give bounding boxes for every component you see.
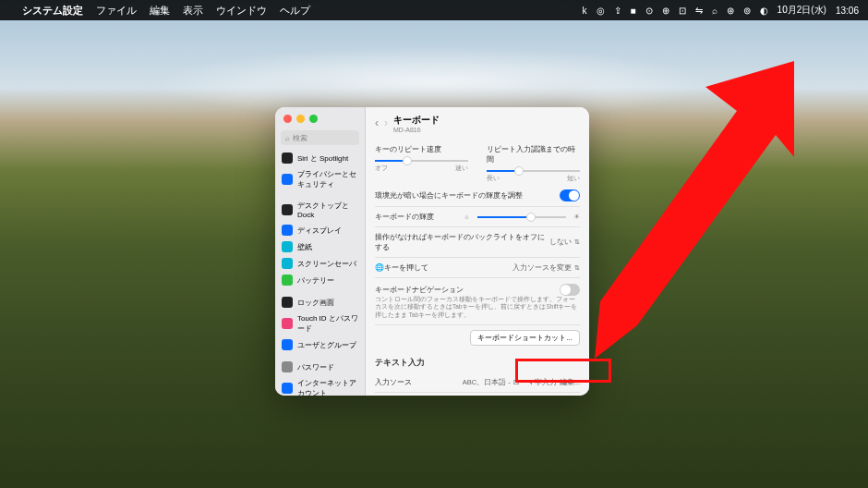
sidebar-item[interactable]: バッテリー bbox=[275, 272, 365, 288]
sidebar-item-icon bbox=[282, 318, 293, 329]
system-settings-window: ⌕ 検索 Siri と Spotlightプライバシーとセキュリティデスクトップ… bbox=[275, 107, 589, 396]
status-icon[interactable]: ■ bbox=[631, 6, 636, 16]
desktop-background: システム設定 ファイル 編集 表示 ウインドウ ヘルプ k ◎ ⇪ ■ ⊙ ⊕ … bbox=[0, 0, 868, 488]
sidebar-item-icon bbox=[282, 361, 293, 372]
keyboard-nav-label: キーボードナビゲーション bbox=[375, 285, 560, 295]
sidebar-item-icon bbox=[282, 174, 293, 185]
search-placeholder: 検索 bbox=[293, 133, 307, 143]
sidebar-item-label: 壁紙 bbox=[297, 242, 312, 252]
status-icon[interactable]: ⇋ bbox=[695, 6, 703, 16]
sidebar-item-label: ユーザとグループ bbox=[297, 340, 356, 350]
sidebar-item[interactable]: Siri と Spotlight bbox=[275, 150, 365, 166]
content-pane: ‹ › キーボード MD-A816 キーのリピート速度 オフ速い リピート入力認… bbox=[366, 107, 589, 396]
chevron-updown-icon: ⇅ bbox=[574, 264, 580, 272]
titlebar: ‹ › キーボード MD-A816 bbox=[366, 107, 589, 139]
sidebar-item-label: インターネットアカウント bbox=[297, 378, 358, 396]
sidebar-item[interactable]: Touch ID とパスワード bbox=[275, 311, 365, 336]
forward-button[interactable]: › bbox=[384, 116, 388, 129]
chevron-updown-icon: ⇅ bbox=[574, 238, 580, 246]
sidebar-item-icon bbox=[282, 258, 293, 269]
sidebar-item-label: Touch ID とパスワード bbox=[297, 313, 358, 334]
status-icon[interactable]: ⊚ bbox=[743, 6, 751, 16]
sidebar-item[interactable]: デスクトップとDock bbox=[275, 198, 365, 222]
text-input-section: テキスト入力 bbox=[375, 350, 580, 372]
app-menu[interactable]: システム設定 bbox=[22, 4, 83, 18]
status-icon[interactable]: ⊡ bbox=[679, 6, 686, 16]
status-icon[interactable]: ◎ bbox=[597, 6, 605, 16]
backlight-off-value[interactable]: しない⇅ bbox=[549, 238, 580, 247]
repeat-delay-label: リピート入力認識までの時間 bbox=[487, 144, 580, 165]
sidebar-item-label: プライバシーとセキュリティ bbox=[297, 169, 358, 189]
status-icon[interactable]: ⇪ bbox=[614, 6, 621, 16]
menu-file[interactable]: ファイル bbox=[96, 4, 137, 18]
repeat-delay-slider[interactable] bbox=[487, 170, 580, 172]
menubar-date[interactable]: 10月2日(水) bbox=[778, 4, 826, 17]
keyboard-nav-toggle[interactable] bbox=[560, 284, 580, 296]
sidebar-item-icon bbox=[282, 152, 293, 164]
sidebar-item-label: Siri と Spotlight bbox=[297, 153, 348, 164]
settings-panel[interactable]: キーのリピート速度 オフ速い リピート入力認識までの時間 長い短い 環境光が暗い… bbox=[366, 139, 589, 396]
status-icon[interactable]: ⊛ bbox=[727, 6, 734, 16]
fn-key-value[interactable]: 入力ソースを変更⇅ bbox=[512, 263, 580, 273]
sidebar-item-label: バッテリー bbox=[297, 275, 334, 286]
sidebar-item[interactable]: 壁紙 bbox=[275, 238, 365, 255]
sidebar-item[interactable]: ユーザとグループ bbox=[275, 336, 365, 353]
ambient-light-label: 環境光が暗い場合にキーボードの輝度を調整 bbox=[375, 190, 560, 201]
sidebar-item-label: スクリーンセーバ bbox=[297, 259, 356, 269]
status-icon[interactable]: ⊕ bbox=[662, 6, 669, 16]
menu-edit[interactable]: 編集 bbox=[150, 4, 170, 18]
sidebar-item-label: パスワード bbox=[297, 362, 334, 372]
input-source-label: 入力ソース bbox=[375, 377, 463, 387]
fn-key-label: 🌐キーを押して bbox=[375, 262, 512, 273]
sidebar-item-icon bbox=[282, 274, 293, 286]
backlight-off-label: 操作がなければキーボードのバックライトをオフにする bbox=[375, 232, 549, 252]
input-source-value: ABC、日本語 - ローマ字入力 編集... bbox=[463, 378, 580, 387]
status-icon[interactable]: k bbox=[583, 6, 587, 16]
brightness-low-icon: ☼ bbox=[464, 214, 469, 220]
sidebar-item-icon bbox=[282, 241, 293, 252]
keyboard-shortcuts-button[interactable]: キーボードショートカット... bbox=[470, 330, 580, 346]
zoom-button[interactable] bbox=[309, 115, 318, 123]
sidebar-item-label: ディスプレイ bbox=[297, 226, 342, 236]
page-title: キーボード bbox=[393, 114, 440, 127]
sidebar-item[interactable]: スクリーンセーバ bbox=[275, 255, 365, 272]
sidebar-item[interactable]: インターネットアカウント bbox=[275, 375, 365, 396]
wifi-icon[interactable]: ⌕ bbox=[712, 6, 717, 16]
sidebar-item-icon bbox=[282, 339, 293, 350]
sidebar: ⌕ 検索 Siri と Spotlightプライバシーとセキュリティデスクトップ… bbox=[275, 107, 366, 396]
page-subtitle: MD-A816 bbox=[393, 127, 440, 133]
control-center-icon[interactable]: ◐ bbox=[760, 6, 768, 16]
status-icon[interactable]: ⊙ bbox=[645, 6, 653, 16]
sidebar-item[interactable]: プライバシーとセキュリティ bbox=[275, 166, 365, 192]
menu-view[interactable]: 表示 bbox=[183, 4, 203, 18]
window-controls bbox=[275, 107, 365, 130]
menu-help[interactable]: ヘルプ bbox=[280, 4, 310, 18]
ambient-light-toggle[interactable] bbox=[560, 189, 580, 201]
sidebar-item[interactable]: ロック画面 bbox=[275, 294, 365, 311]
minimize-button[interactable] bbox=[296, 115, 305, 123]
sidebar-item-icon bbox=[282, 225, 293, 236]
sidebar-item-label: ロック画面 bbox=[297, 298, 334, 308]
sidebar-item[interactable]: ディスプレイ bbox=[275, 222, 365, 238]
menubar-time[interactable]: 13:06 bbox=[836, 6, 859, 16]
search-icon: ⌕ bbox=[285, 134, 290, 142]
close-button[interactable] bbox=[283, 115, 292, 123]
search-input[interactable]: ⌕ 検索 bbox=[281, 130, 359, 145]
brightness-high-icon: ☀ bbox=[573, 213, 580, 221]
keyboard-nav-desc: コントロール間のフォーカス移動をキーボードで操作します。フォーカスを次に移動する… bbox=[375, 296, 580, 319]
brightness-slider[interactable] bbox=[477, 216, 566, 218]
menubar: システム設定 ファイル 編集 表示 ウインドウ ヘルプ k ◎ ⇪ ■ ⊙ ⊕ … bbox=[0, 0, 868, 20]
sidebar-item-label: デスクトップとDock bbox=[297, 201, 358, 219]
brightness-label: キーボードの輝度 bbox=[375, 212, 464, 222]
edit-input-source-link[interactable]: 編集... bbox=[560, 378, 580, 387]
key-repeat-label: キーのリピート速度 bbox=[375, 144, 468, 154]
back-button[interactable]: ‹ bbox=[375, 116, 379, 129]
menu-window[interactable]: ウインドウ bbox=[216, 4, 267, 18]
sidebar-item[interactable]: パスワード bbox=[275, 359, 365, 375]
sidebar-item-icon bbox=[282, 204, 293, 215]
sidebar-item-icon bbox=[282, 297, 293, 308]
sidebar-item-icon bbox=[282, 383, 293, 394]
key-repeat-slider[interactable] bbox=[375, 160, 468, 162]
